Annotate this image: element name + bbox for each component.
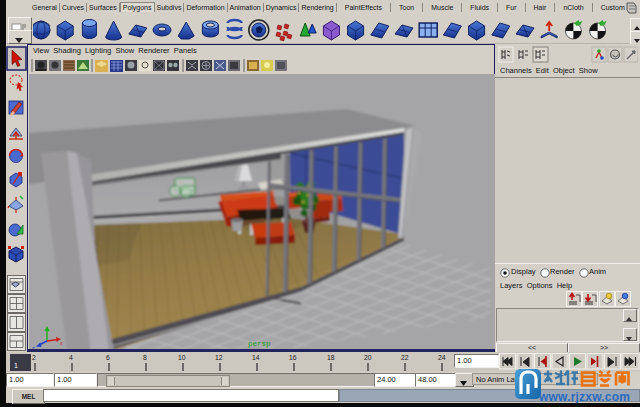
svg-text:10: 10 xyxy=(178,354,186,361)
svg-text:4: 4 xyxy=(69,354,73,361)
svg-text:24: 24 xyxy=(438,354,446,361)
svg-text:2: 2 xyxy=(32,354,36,361)
svg-text:www.rjzxw.com: www.rjzxw.com xyxy=(538,390,630,404)
svg-text:22: 22 xyxy=(401,354,409,361)
svg-text:x: x xyxy=(60,340,63,346)
svg-text:8: 8 xyxy=(143,354,147,361)
svg-text:18: 18 xyxy=(327,354,335,361)
svg-text:16: 16 xyxy=(289,354,297,361)
svg-text:z: z xyxy=(32,345,35,349)
svg-text:6: 6 xyxy=(106,354,110,361)
svg-text:12: 12 xyxy=(215,354,223,361)
svg-text:persp: persp xyxy=(248,340,271,348)
svg-text:1: 1 xyxy=(14,362,18,369)
svg-text:14: 14 xyxy=(252,354,260,361)
svg-text:20: 20 xyxy=(364,354,372,361)
